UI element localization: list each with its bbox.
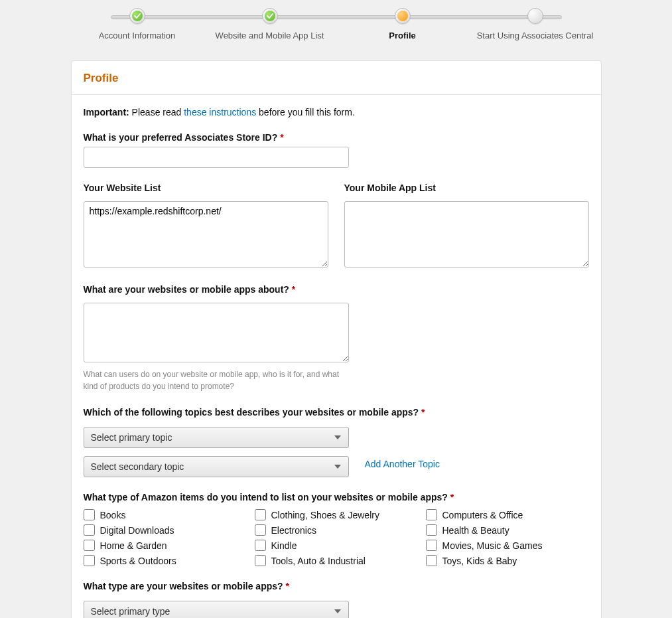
item-option: Electronics xyxy=(255,524,418,536)
card-title: Profile xyxy=(84,72,589,85)
required-asterisk: * xyxy=(285,581,289,591)
item-checkbox[interactable] xyxy=(84,509,95,520)
item-option: Movies, Music & Games xyxy=(426,540,589,551)
item-checkbox-label[interactable]: Computers & Office xyxy=(442,510,523,520)
item-checkbox-label[interactable]: Electronics xyxy=(271,525,316,536)
check-icon xyxy=(265,11,275,21)
item-option: Digital Downloads xyxy=(84,524,247,536)
item-checkbox[interactable] xyxy=(84,524,95,536)
topics-label-text: Which of the following topics best descr… xyxy=(84,407,419,418)
card-header: Profile xyxy=(72,61,601,95)
required-asterisk: * xyxy=(450,492,454,502)
instructions-link[interactable]: these instructions xyxy=(184,107,256,117)
mobile-list-textarea[interactable] xyxy=(344,201,589,268)
item-checkbox-label[interactable]: Clothing, Shoes & Jewelry xyxy=(271,510,379,520)
item-option: Kindle xyxy=(255,540,418,551)
progress-stepper: Account Information Website and Mobile A… xyxy=(71,8,602,40)
mobile-list-label: Your Mobile App List xyxy=(344,183,589,193)
item-checkbox-label[interactable]: Books xyxy=(100,510,126,520)
about-label-text: What are your websites or mobile apps ab… xyxy=(84,284,289,295)
types-label-text: What type are your websites or mobile ap… xyxy=(84,581,283,591)
step-circle xyxy=(527,8,543,24)
note-text-before: Please read xyxy=(129,107,184,117)
item-checkbox[interactable] xyxy=(255,509,266,520)
step-label: Website and Mobile App List xyxy=(216,31,324,40)
secondary-topic-select[interactable]: Select secondary topic xyxy=(84,456,349,477)
check-icon xyxy=(132,11,143,21)
primary-topic-select[interactable]: Select primary topic xyxy=(84,427,349,448)
item-checkbox-label[interactable]: Health & Beauty xyxy=(442,525,509,536)
store-id-label: What is your preferred Associates Store … xyxy=(84,132,589,143)
item-option: Health & Beauty xyxy=(426,524,589,536)
item-option: Home & Garden xyxy=(84,540,247,551)
item-checkbox-label[interactable]: Home & Garden xyxy=(100,540,167,551)
types-label: What type are your websites or mobile ap… xyxy=(84,581,589,591)
item-checkbox-label[interactable]: Sports & Outdoors xyxy=(100,556,176,566)
primary-type-select[interactable]: Select primary type xyxy=(84,601,349,618)
step-website-list: Website and Mobile App List xyxy=(204,8,336,40)
item-option: Tools, Auto & Industrial xyxy=(255,555,418,566)
about-label: What are your websites or mobile apps ab… xyxy=(84,284,589,295)
item-checkbox-label[interactable]: Tools, Auto & Industrial xyxy=(271,556,366,566)
item-checkbox[interactable] xyxy=(255,524,266,536)
items-checkbox-grid: BooksClothing, Shoes & JewelryComputers … xyxy=(84,509,589,566)
item-checkbox[interactable] xyxy=(426,540,437,551)
required-asterisk: * xyxy=(280,132,283,143)
item-option: Sports & Outdoors xyxy=(84,555,247,566)
step-start-using: Start Using Associates Central xyxy=(469,8,602,40)
active-dot-icon xyxy=(397,11,408,21)
item-option: Books xyxy=(84,509,247,520)
step-label: Account Information xyxy=(99,31,176,40)
item-checkbox[interactable] xyxy=(426,509,437,520)
note-prefix: Important: xyxy=(84,107,129,117)
about-hint: What can users do on your website or mob… xyxy=(84,368,349,392)
required-asterisk: * xyxy=(292,284,295,295)
add-another-topic-link[interactable]: Add Another Topic xyxy=(365,459,440,469)
step-account-information: Account Information xyxy=(71,8,204,40)
item-checkbox[interactable] xyxy=(84,555,95,566)
step-label: Profile xyxy=(389,31,415,40)
item-checkbox[interactable] xyxy=(426,555,437,566)
item-checkbox[interactable] xyxy=(255,540,266,551)
note-text-after: before you fill this form. xyxy=(256,107,355,117)
item-checkbox-label[interactable]: Digital Downloads xyxy=(100,525,174,536)
step-label: Start Using Associates Central xyxy=(477,31,594,40)
step-circle xyxy=(129,8,145,24)
required-asterisk: * xyxy=(421,407,425,418)
item-checkbox-label[interactable]: Movies, Music & Games xyxy=(442,540,543,551)
item-option: Clothing, Shoes & Jewelry xyxy=(255,509,418,520)
item-checkbox-label[interactable]: Kindle xyxy=(271,540,297,551)
step-circle xyxy=(262,8,278,24)
item-checkbox[interactable] xyxy=(84,540,95,551)
item-option: Computers & Office xyxy=(426,509,589,520)
item-checkbox-label[interactable]: Toys, Kids & Baby xyxy=(442,556,517,566)
item-checkbox[interactable] xyxy=(426,524,437,536)
website-list-label: Your Website List xyxy=(84,183,328,193)
store-id-input[interactable] xyxy=(84,147,349,168)
topics-label: Which of the following topics best descr… xyxy=(84,407,589,418)
website-list-textarea[interactable] xyxy=(84,201,328,268)
item-checkbox[interactable] xyxy=(255,555,266,566)
important-note: Important: Please read these instruction… xyxy=(84,107,589,117)
about-textarea[interactable] xyxy=(84,303,349,362)
step-profile: Profile xyxy=(336,8,469,40)
items-label: What type of Amazon items do you intend … xyxy=(84,492,589,502)
profile-card: Profile Important: Please read these ins… xyxy=(71,60,602,618)
step-circle xyxy=(395,8,411,24)
store-id-label-text: What is your preferred Associates Store … xyxy=(84,132,278,143)
items-label-text: What type of Amazon items do you intend … xyxy=(84,492,448,502)
item-option: Toys, Kids & Baby xyxy=(426,555,589,566)
